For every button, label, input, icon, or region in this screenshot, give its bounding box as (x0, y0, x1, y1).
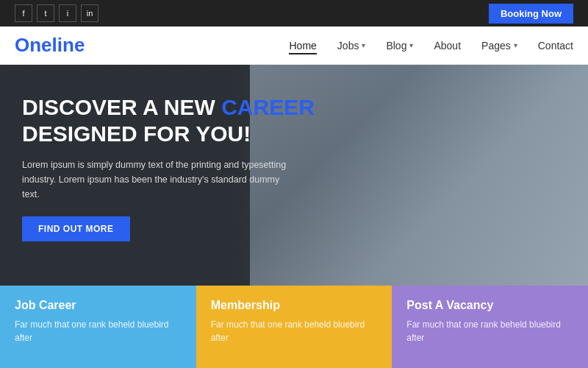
top-bar: f t i in Booking Now (0, 0, 588, 26)
nav-item-home[interactable]: Home (289, 39, 316, 52)
hero-section: DISCOVER A NEW CAREER DESIGNED FOR YOU! … (0, 65, 588, 286)
nav-link-home[interactable]: Home (289, 40, 316, 54)
nav-item-jobs[interactable]: Jobs (337, 40, 366, 52)
find-out-more-button[interactable]: FIND OUT MORE (22, 216, 130, 241)
card-post-vacancy-title: Post A Vacancy (406, 299, 573, 312)
nav-links: Home Jobs Blog About Pages Contact (289, 39, 573, 52)
card-post-vacancy-text: Far much that one rank beheld bluebird a… (406, 318, 573, 344)
logo: Oneline (15, 34, 85, 57)
card-membership[interactable]: Membership Far much that one rank beheld… (196, 286, 392, 368)
hero-title: DISCOVER A NEW CAREER DESIGNED FOR YOU! (22, 94, 331, 147)
nav-link-blog[interactable]: Blog (386, 40, 413, 52)
nav-item-pages[interactable]: Pages (481, 40, 517, 52)
logo-accent: O (15, 34, 29, 56)
card-post-vacancy[interactable]: Post A Vacancy Far much that one rank be… (392, 286, 588, 368)
hero-content: DISCOVER A NEW CAREER DESIGNED FOR YOU! … (0, 65, 353, 271)
linkedin-icon[interactable]: in (81, 4, 98, 22)
twitter-icon[interactable]: t (37, 4, 54, 22)
card-membership-text: Far much that one rank beheld bluebird a… (211, 318, 378, 344)
card-job-career[interactable]: Job Career Far much that one rank beheld… (0, 286, 196, 368)
instagram-icon[interactable]: i (59, 4, 76, 22)
navbar: Oneline Home Jobs Blog About Pages Conta… (0, 26, 588, 65)
nav-item-blog[interactable]: Blog (386, 40, 413, 52)
hero-title-career: CAREER (221, 95, 315, 119)
nav-item-about[interactable]: About (434, 39, 461, 52)
nav-link-about[interactable]: About (434, 40, 461, 52)
nav-link-pages[interactable]: Pages (481, 40, 517, 52)
hero-subtitle: Lorem ipsum is simply dummy text of the … (22, 158, 287, 202)
cards-row: Job Career Far much that one rank beheld… (0, 286, 588, 368)
card-job-career-title: Job Career (15, 299, 182, 312)
hero-title-part2: DESIGNED FOR YOU! (22, 121, 251, 146)
logo-rest: neline (29, 34, 85, 56)
nav-item-contact[interactable]: Contact (538, 39, 573, 52)
nav-link-contact[interactable]: Contact (538, 40, 573, 52)
social-icons: f t i in (15, 4, 98, 22)
facebook-icon[interactable]: f (15, 4, 32, 22)
booking-button[interactable]: Booking Now (489, 4, 573, 24)
card-membership-title: Membership (211, 299, 378, 312)
nav-link-jobs[interactable]: Jobs (337, 40, 366, 52)
card-job-career-text: Far much that one rank beheld bluebird a… (15, 318, 182, 344)
hero-title-part1: DISCOVER A NEW (22, 95, 221, 119)
